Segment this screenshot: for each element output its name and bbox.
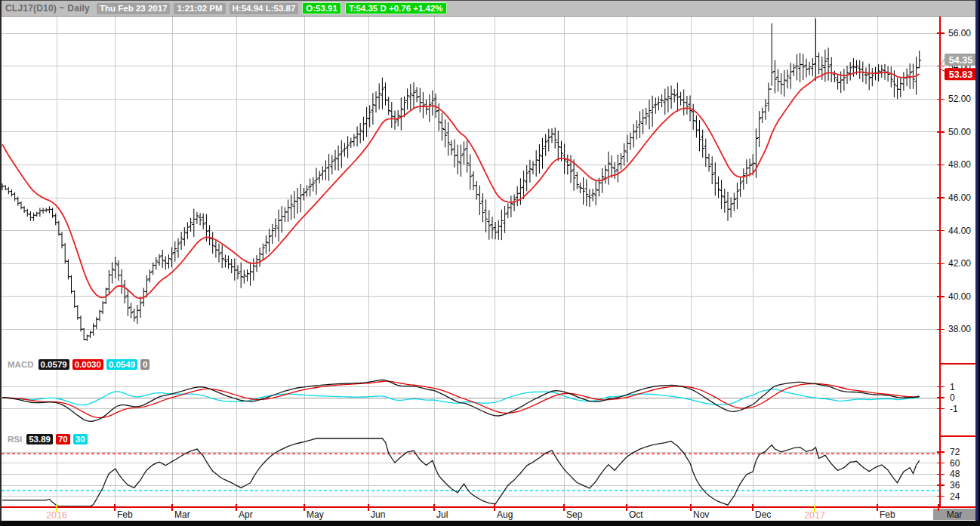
svg-text:40.00: 40.00: [948, 291, 971, 302]
svg-text:60: 60: [950, 458, 960, 469]
svg-text:54.35: 54.35: [949, 55, 972, 66]
price-ohlc-bars: [0, 18, 921, 341]
svg-text:2017: 2017: [804, 510, 825, 521]
price-ma-line: [2, 72, 920, 298]
svg-text:53.83: 53.83: [949, 69, 972, 80]
macd-legend: MACD 0.0579 0.0030 0.0549 0: [8, 359, 149, 370]
chart-canvas[interactable]: 56.0054.0052.0050.0048.0046.0044.0042.00…: [0, 0, 980, 526]
axis-labels: 56.0054.0052.0050.0048.0046.0044.0042.00…: [948, 28, 971, 502]
rsi-legend: RSI 53.89 70 30: [8, 434, 88, 444]
trading-chart-window: CLJ17(D10) ~ Daily Thu Feb 23 2017 1:21:…: [0, 0, 980, 526]
macd-line: [2, 380, 920, 421]
svg-text:-1: -1: [950, 404, 958, 414]
bottom-border: [0, 521, 980, 526]
chart-svg: 56.0054.0052.0050.0048.0046.0044.0042.00…: [0, 0, 980, 526]
rsi-gridlines: [2, 452, 940, 497]
macd-signal-badge: 0.0030: [72, 359, 103, 370]
svg-text:0: 0: [950, 392, 955, 403]
rsi-label: RSI: [8, 435, 22, 444]
macd-hist-badge: 0.0549: [106, 359, 137, 370]
month-gridlines: [57, 17, 877, 507]
last-price-badge: 54.35: [940, 54, 977, 66]
svg-text:Nov: Nov: [693, 509, 709, 520]
left-border: [0, 0, 2, 521]
svg-text:1: 1: [950, 382, 955, 392]
svg-text:Aug: Aug: [497, 509, 513, 520]
svg-text:52.00: 52.00: [948, 94, 971, 104]
svg-text:24: 24: [950, 491, 960, 502]
svg-text:56.00: 56.00: [948, 28, 971, 38]
svg-text:44.00: 44.00: [948, 226, 971, 236]
macd-zero-badge: 0: [140, 359, 149, 370]
svg-text:Apr: Apr: [239, 509, 253, 520]
svg-text:Sep: Sep: [566, 509, 583, 520]
rsi-value-badge: 53.89: [26, 434, 53, 444]
svg-text:May: May: [307, 509, 324, 520]
svg-text:2016: 2016: [46, 510, 67, 521]
macd-label: MACD: [8, 360, 34, 369]
rsi-upper-badge: 70: [56, 434, 70, 444]
svg-text:Dec: Dec: [755, 509, 771, 520]
settle-price-badge: 53.83: [940, 68, 977, 80]
svg-text:48.00: 48.00: [948, 159, 971, 170]
svg-text:38.00: 38.00: [948, 324, 971, 334]
svg-text:36: 36: [950, 480, 960, 491]
svg-text:Jul: Jul: [436, 509, 448, 520]
svg-text:Oct: Oct: [629, 509, 643, 520]
svg-text:Jun: Jun: [371, 509, 385, 520]
time-axis: 2016FebMarAprMayJunJulAugSepOctNovDec201…: [0, 504, 980, 521]
svg-text:Feb: Feb: [117, 509, 133, 520]
rsi-lower-badge: 30: [73, 434, 88, 444]
macd-value-badge: 0.0579: [39, 359, 69, 370]
svg-text:48: 48: [950, 469, 960, 479]
svg-text:50.00: 50.00: [948, 127, 971, 137]
svg-text:Mar: Mar: [174, 509, 190, 520]
svg-text:Mar: Mar: [947, 509, 963, 520]
svg-text:46.00: 46.00: [948, 192, 971, 203]
svg-text:Feb: Feb: [880, 509, 895, 520]
price-gridlines: [2, 33, 940, 329]
svg-text:42.00: 42.00: [948, 258, 971, 269]
svg-text:72: 72: [950, 447, 960, 457]
